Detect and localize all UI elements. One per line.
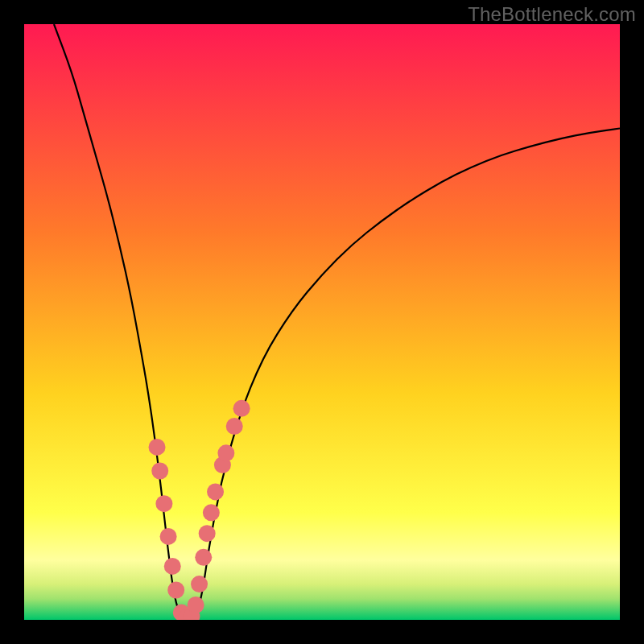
data-point-marker	[149, 439, 166, 456]
data-point-marker	[233, 400, 250, 417]
data-point-marker	[207, 483, 224, 500]
data-point-marker	[226, 418, 243, 435]
data-point-marker	[167, 582, 184, 599]
chart-svg	[24, 24, 620, 620]
watermark-text: TheBottleneck.com	[468, 3, 636, 26]
data-point-marker	[160, 528, 177, 545]
data-point-marker	[195, 549, 212, 566]
data-point-marker	[151, 463, 168, 480]
chart-frame: TheBottleneck.com	[0, 0, 644, 644]
data-point-marker	[164, 558, 181, 575]
plot-area	[24, 24, 620, 620]
data-point-marker	[191, 576, 208, 592]
data-point-marker	[188, 597, 204, 613]
data-point-marker	[217, 444, 234, 461]
gradient-background	[24, 24, 620, 620]
data-point-marker	[155, 495, 172, 512]
data-point-marker	[199, 525, 216, 542]
data-point-marker	[203, 504, 220, 521]
